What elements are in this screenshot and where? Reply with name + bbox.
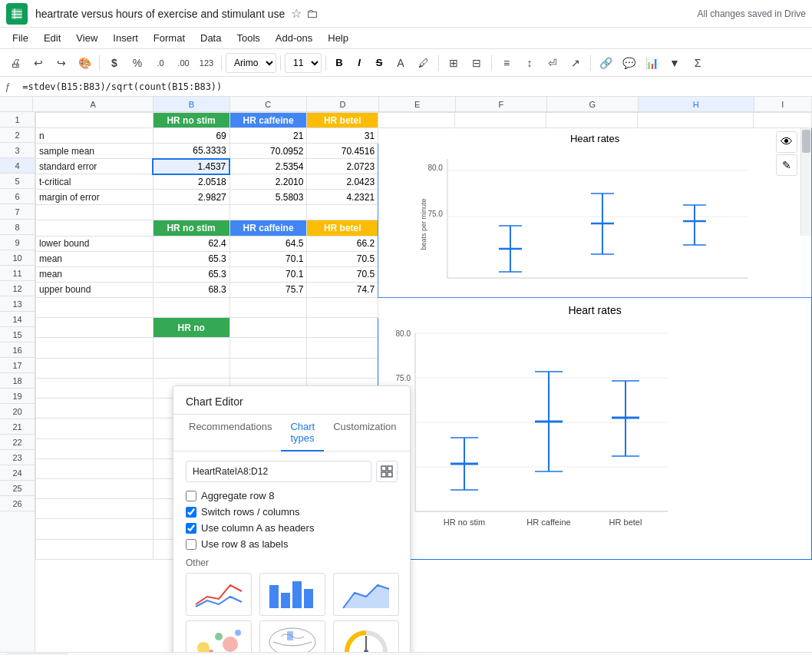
checkbox-switch-input[interactable] (186, 507, 196, 518)
currency-btn[interactable]: $ (104, 52, 125, 74)
cell-d4[interactable]: 2.0723 (307, 159, 378, 174)
cell-a3[interactable]: sample mean (36, 144, 153, 159)
cell-b8[interactable]: HR no stim (153, 220, 229, 236)
cell-a19[interactable] (36, 418, 153, 438)
valign-btn[interactable]: ↕ (519, 52, 540, 74)
chart1-scrollbar[interactable] (800, 128, 811, 236)
cell-b10[interactable]: 65.3 (153, 251, 229, 266)
cell-d2[interactable]: 31 (307, 128, 378, 144)
tab-recommendations[interactable]: Recommendations (180, 415, 281, 452)
cell-b2[interactable]: 69 (153, 128, 229, 144)
cell-d16[interactable] (307, 358, 378, 378)
cell-d6[interactable]: 4.2321 (307, 190, 378, 205)
checkbox-col-a-input[interactable] (186, 523, 196, 534)
percent-btn[interactable]: % (127, 52, 148, 74)
rotate-btn[interactable]: ↗ (565, 52, 586, 74)
cell-c11[interactable]: 70.1 (229, 266, 307, 282)
chart-type-bar[interactable] (259, 573, 325, 616)
cell-d15[interactable] (307, 338, 378, 358)
cell-b12[interactable]: 68.3 (153, 282, 229, 297)
cell-c16[interactable] (229, 358, 307, 378)
cell-c13[interactable] (229, 298, 307, 318)
cell-a9[interactable]: lower bound (36, 236, 153, 251)
cell-c14[interactable] (229, 318, 307, 338)
cell-a6[interactable]: margin of error (36, 190, 153, 205)
cell-a18[interactable] (36, 399, 153, 418)
decimal-decrease-btn[interactable]: .0 (150, 52, 171, 74)
cell-a14[interactable] (36, 318, 153, 338)
cell-b3[interactable]: 65.3333 (153, 144, 229, 159)
cell-d9[interactable]: 66.2 (307, 236, 378, 251)
cell-a23[interactable] (36, 499, 153, 519)
cell-a17[interactable] (36, 378, 153, 398)
align-btn[interactable]: ≡ (496, 52, 517, 74)
cell-c3[interactable]: 70.0952 (229, 144, 307, 159)
cell-a11[interactable]: mean (36, 266, 153, 282)
highlight-btn[interactable]: 🖊 (413, 52, 434, 74)
cell-a5[interactable]: t-critical (36, 174, 153, 190)
cell-c12[interactable]: 75.7 (229, 282, 307, 297)
chart-type-gauge[interactable] (333, 620, 399, 652)
cell-a2[interactable]: n (36, 128, 153, 144)
text-color-btn[interactable]: A (390, 52, 411, 74)
cell-a21[interactable] (36, 458, 153, 478)
cell-c5[interactable]: 2.2010 (229, 174, 307, 190)
chart-type-line[interactable] (186, 573, 252, 616)
cell-g1[interactable] (546, 113, 638, 128)
undo-btn[interactable]: ↩ (28, 52, 49, 74)
menu-edit[interactable]: Edit (38, 31, 67, 45)
comment-btn[interactable]: 💬 (618, 52, 639, 74)
cell-d13[interactable] (307, 298, 378, 318)
menu-file[interactable]: File (6, 31, 35, 45)
cell-i1[interactable] (754, 113, 812, 128)
menu-format[interactable]: Format (147, 31, 191, 45)
cell-c9[interactable]: 64.5 (229, 236, 307, 251)
cell-f1[interactable] (455, 113, 546, 128)
cell-e1[interactable] (378, 113, 455, 128)
cell-c2[interactable]: 21 (229, 128, 307, 144)
decimal-increase-btn[interactable]: .00 (173, 52, 194, 74)
bold-btn[interactable]: B (330, 54, 348, 72)
data-range-input[interactable] (186, 461, 371, 482)
redo-btn[interactable]: ↪ (51, 52, 72, 74)
link-btn[interactable]: 🔗 (595, 52, 616, 74)
cell-c10[interactable]: 70.1 (229, 251, 307, 266)
print-btn[interactable]: 🖨 (5, 52, 26, 74)
cell-a15[interactable] (36, 338, 153, 358)
cell-a8[interactable] (36, 220, 153, 236)
chart-btn[interactable]: 📊 (641, 52, 662, 74)
cell-h1[interactable] (638, 113, 754, 128)
cell-c15[interactable] (229, 338, 307, 358)
menu-help[interactable]: Help (322, 31, 355, 45)
wrap-btn[interactable]: ⏎ (542, 52, 563, 74)
cell-b13[interactable] (153, 298, 229, 318)
menu-addons[interactable]: Add-ons (269, 31, 319, 45)
italic-btn[interactable]: I (350, 54, 368, 72)
font-selector[interactable]: Arimo (226, 53, 276, 73)
cell-a20[interactable] (36, 438, 153, 458)
merge-btn[interactable]: ⊟ (466, 52, 487, 74)
cell-c1[interactable]: HR caffeine (229, 113, 307, 128)
cell-a10[interactable]: mean (36, 251, 153, 266)
grid-icon-btn[interactable] (376, 461, 398, 482)
checkbox-row8-input[interactable] (186, 539, 196, 550)
chart-type-bubble[interactable] (186, 620, 252, 652)
folder-icon[interactable]: 🗀 (306, 7, 319, 21)
tab-customization[interactable]: Customization (324, 415, 405, 452)
star-icon[interactable]: ☆ (291, 6, 302, 21)
cell-a4[interactable]: standard error (36, 159, 153, 174)
cell-d11[interactable]: 70.5 (307, 266, 378, 282)
strikethrough-btn[interactable]: S (370, 54, 388, 72)
cell-b7[interactable] (153, 205, 229, 220)
chart1-view-btn[interactable]: 👁 (776, 131, 797, 153)
menu-view[interactable]: View (70, 31, 104, 45)
cell-b6[interactable]: 2.9827 (153, 190, 229, 205)
cell-a24[interactable] (36, 519, 153, 539)
cell-d8[interactable]: HR betel (307, 220, 378, 236)
font-size-selector[interactable]: 11 (285, 53, 322, 73)
cell-d7[interactable] (307, 205, 378, 220)
filter-btn[interactable]: ▼ (664, 52, 685, 74)
cell-b1[interactable]: HR no stim (153, 113, 229, 128)
number-format-btn[interactable]: 123 (196, 52, 217, 74)
cell-a1[interactable] (36, 113, 153, 128)
